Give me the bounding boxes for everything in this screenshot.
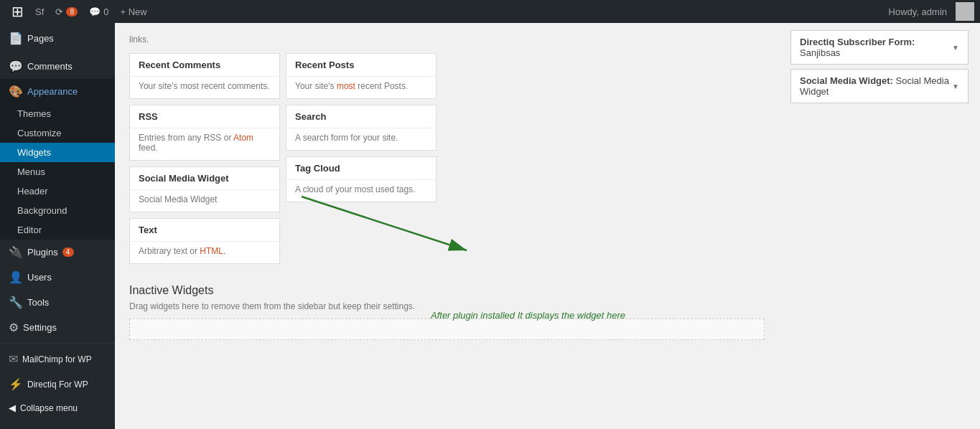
widget-rss-title: RSS [130,105,279,128]
sidebar-collapse-menu[interactable]: ◀ Collapse menu [0,397,115,419]
sidebar-appearance-label: Appearance [27,86,78,97]
pages-icon: 📄 [9,32,23,45]
plugins-icon: 🔌 [9,245,23,259]
inactive-drop-area[interactable] [129,319,765,340]
sidebar-submenu-appearance: Themes Customize Widgets Menus Header Ba… [0,104,115,240]
sidebar: 📄 Pages 💬 Comments 🎨 Appearance Themes C… [0,23,115,429]
plugins-badge: 4 [62,248,74,257]
panel-widget-directiq[interactable]: Directiq Subscriber Form: Sanjibsas ▼ [790,30,969,65]
widget-recent-posts-desc: Your site's most recent Posts. [286,77,436,98]
panel-widget-social[interactable]: Social Media Widget: Social Media Widget… [790,69,969,103]
directiq-icon: ⚡ [9,377,23,391]
sidebar-background-label: Background [17,205,67,216]
widget-grid: Recent Comments Your site's most recent … [129,53,765,270]
widget-text-desc: Arbitrary text or HTML. [130,242,279,263]
sidebar-tools-label: Tools [27,297,49,308]
sidebar-item-customize[interactable]: Customize [0,123,115,143]
panel-social-label: Social Media Widget: Social Media Widget [800,75,952,97]
content-area: links. Recent Comments Your site's most … [115,23,980,429]
updates-button[interactable]: ⟳ 8 [50,0,83,23]
sidebar-item-mailchimp[interactable]: ✉ MailChimp for WP [0,346,115,372]
widget-card-recent-comments[interactable]: Recent Comments Your site's most recent … [129,53,280,99]
sidebar-item-directiq[interactable]: ⚡ Directiq For WP [0,372,115,397]
site-name-label: Sf [35,6,44,17]
sidebar-item-tools[interactable]: 🔧 Tools [0,290,115,315]
sidebar-settings-label: Settings [23,322,57,333]
widget-card-text[interactable]: Text Arbitrary text or HTML. [129,218,280,264]
sidebar-item-widgets[interactable]: Widgets [0,143,115,162]
appearance-icon: 🎨 [9,85,23,98]
html-link[interactable]: HTML [200,246,223,256]
widget-social-media-title: Social Media Widget [130,167,279,190]
annotation-area: Recent Comments Your site's most recent … [129,53,765,340]
widget-card-search[interactable]: Search A search form for your site. [286,105,437,151]
sidebar-item-appearance[interactable]: 🎨 Appearance [0,79,115,104]
sidebar-themes-label: Themes [17,108,51,119]
main-layout: 📄 Pages 💬 Comments 🎨 Appearance Themes C… [0,23,980,429]
sidebar-widgets-label: Widgets [17,147,51,158]
admin-bar-right: Howdy, admin [883,2,974,21]
sidebar-item-comments[interactable]: 💬 Comments [0,54,115,79]
comments-icon: 💬 [89,6,101,17]
comments-count: 0 [103,6,108,17]
sidebar-item-users[interactable]: 👤 Users [0,265,115,290]
updates-badge: 8 [66,7,78,16]
widget-rss-desc: Entries from any RSS or Atom feed. [130,128,279,160]
users-icon: 👤 [9,270,23,284]
top-links-text: links. [129,34,149,44]
panel-widget-social-header[interactable]: Social Media Widget: Social Media Widget… [791,70,968,103]
howdy-text: Howdy, admin [883,6,953,17]
sidebar-item-plugins[interactable]: 🔌 Plugins 4 [0,240,115,265]
wp-logo-button[interactable]: ⊞ [6,0,29,23]
new-label: + New [121,6,147,17]
top-links: links. [129,34,765,44]
sidebar-plugins-label: Plugins [27,247,58,258]
widget-recent-comments-title: Recent Comments [130,54,279,77]
site-name-button[interactable]: Sf [29,0,50,23]
sidebar-pages-label: Pages [27,33,54,44]
widget-card-recent-posts[interactable]: Recent Posts Your site's most recent Pos… [286,53,437,99]
most-link[interactable]: most [337,81,355,91]
widget-tag-cloud-title: Tag Cloud [286,157,436,180]
sidebar-mailchimp-label: MailChimp for WP [22,354,92,364]
widget-social-media-desc: Social Media Widget [130,190,279,212]
panel-directiq-chevron: ▼ [952,44,959,52]
tools-icon: 🔧 [9,296,23,309]
widget-card-rss[interactable]: RSS Entries from any RSS or Atom feed. [129,105,280,161]
sidebar-customize-label: Customize [17,128,61,138]
inactive-widgets-title: Inactive Widgets [129,284,765,297]
sidebar-item-settings[interactable]: ⚙ Settings [0,315,115,340]
widget-search-title: Search [286,105,436,128]
new-button[interactable]: + New [115,0,153,23]
sidebar-item-menus[interactable]: Menus [0,162,115,182]
sidebar-comments-label: Comments [27,61,73,72]
widget-col-left: Recent Comments Your site's most recent … [129,53,286,270]
panel-directiq-label: Directiq Subscriber Form: Sanjibsas [800,37,952,58]
widget-search-desc: A search form for your site. [286,128,436,150]
widget-card-tag-cloud[interactable]: Tag Cloud A cloud of your most used tags… [286,156,437,202]
widget-recent-comments-desc: Your site's most recent comments. [130,77,279,98]
sidebar-editor-label: Editor [17,225,42,235]
sidebar-item-themes[interactable]: Themes [0,104,115,123]
sidebar-item-editor[interactable]: Editor [0,220,115,240]
annotation-text: After plugin installed It displays the w… [431,310,625,321]
sidebar-collapse-label: Collapse menu [20,403,78,413]
sidebar-section-pages: 📄 Pages [0,23,115,54]
right-panel: Directiq Subscriber Form: Sanjibsas ▼ So… [779,23,980,429]
comments-icon: 💬 [9,60,23,73]
sidebar-menus-label: Menus [17,166,45,177]
panel-widget-directiq-header[interactable]: Directiq Subscriber Form: Sanjibsas ▼ [791,31,968,64]
sidebar-item-header[interactable]: Header [0,182,115,201]
updates-icon: ⟳ [55,6,63,17]
atom-link[interactable]: Atom [233,133,253,143]
settings-icon: ⚙ [9,321,19,334]
widget-tag-cloud-desc: A cloud of your most used tags. [286,180,436,202]
admin-bar: ⊞ Sf ⟳ 8 💬 0 + New Howdy, admin [0,0,980,23]
widget-recent-posts-title: Recent Posts [286,54,436,77]
sidebar-item-background[interactable]: Background [0,201,115,220]
sidebar-item-pages[interactable]: 📄 Pages [0,26,115,51]
sidebar-header-label: Header [17,186,48,197]
widget-col-right: Recent Posts Your site's most recent Pos… [286,53,442,270]
widget-card-social-media[interactable]: Social Media Widget Social Media Widget [129,166,280,212]
comments-button[interactable]: 💬 0 [83,0,114,23]
